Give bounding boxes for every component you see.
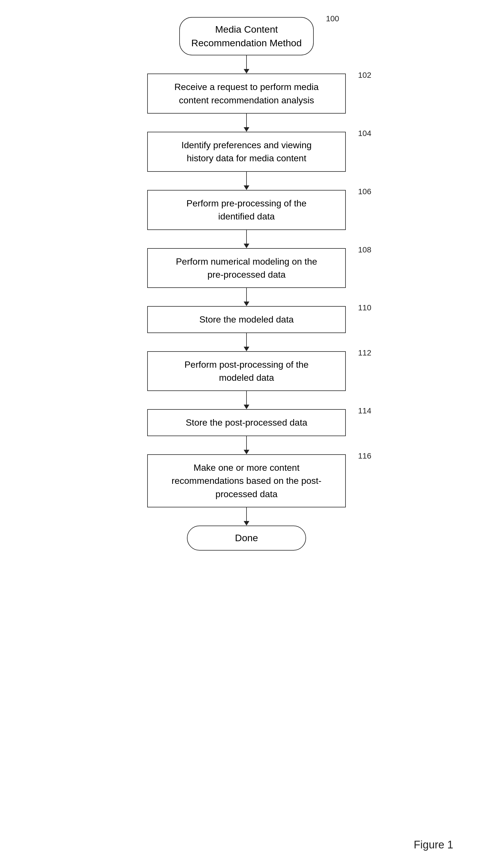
node-108: Perform numerical modeling on the pre-pr… [147,248,346,288]
node-done: Done [187,526,306,550]
arrow-line-1 [246,114,247,127]
arrow-head-0 [244,69,249,74]
arrow-1 [244,114,249,132]
arrow-5 [244,333,249,351]
arrow-line-0 [246,55,247,69]
arrow-line-2 [246,172,247,185]
node-112: Perform post-processing of the modeled d… [147,351,346,391]
node-done-box: Done [187,526,306,550]
node-102: Receive a request to perform media conte… [147,74,346,114]
node-116-ref: 116 [358,451,371,461]
arrow-head-4 [244,302,249,306]
node-108-ref: 108 [358,245,371,255]
figure-label: Figure 1 [414,839,453,851]
arrow-line-3 [246,230,247,244]
node-110: Store the modeled data110 [147,306,346,333]
node-116: Make one or more content recommendations… [147,454,346,507]
node-104-box: Identify preferences and viewing history… [147,132,346,172]
arrow-0 [244,55,249,74]
arrow-head-1 [244,127,249,132]
node-100: Media Content Recommendation Method100 [179,17,314,55]
node-116-box: Make one or more content recommendations… [147,454,346,507]
arrow-head-2 [244,185,249,190]
node-100-box: Media Content Recommendation Method [179,17,314,55]
node-114: Store the post-processed data114 [147,409,346,436]
arrow-head-5 [244,347,249,351]
node-104-ref: 104 [358,129,371,138]
node-112-box: Perform post-processing of the modeled d… [147,351,346,391]
arrow-line-4 [246,288,247,302]
node-114-box: Store the post-processed data [147,409,346,436]
arrow-7 [244,436,249,454]
arrow-line-6 [246,391,247,405]
arrow-8 [244,507,249,526]
arrow-6 [244,391,249,409]
node-114-ref: 114 [358,406,371,416]
node-110-ref: 110 [358,303,371,312]
arrow-head-3 [244,244,249,248]
node-100-ref: 100 [326,14,339,23]
node-106-ref: 106 [358,187,371,196]
node-102-box: Receive a request to perform media conte… [147,74,346,114]
arrow-4 [244,288,249,306]
node-110-box: Store the modeled data [147,306,346,333]
arrow-2 [244,172,249,190]
arrow-head-8 [244,521,249,526]
node-106-box: Perform pre-processing of the identified… [147,190,346,230]
arrow-line-7 [246,436,247,450]
node-102-ref: 102 [358,71,371,80]
arrow-3 [244,230,249,248]
arrow-head-6 [244,405,249,409]
arrow-line-8 [246,507,247,521]
arrow-head-7 [244,450,249,454]
node-104: Identify preferences and viewing history… [147,132,346,172]
node-108-box: Perform numerical modeling on the pre-pr… [147,248,346,288]
node-106: Perform pre-processing of the identified… [147,190,346,230]
node-112-ref: 112 [358,348,371,358]
arrow-line-5 [246,333,247,347]
flowchart-diagram: Media Content Recommendation Method100Re… [119,17,374,550]
